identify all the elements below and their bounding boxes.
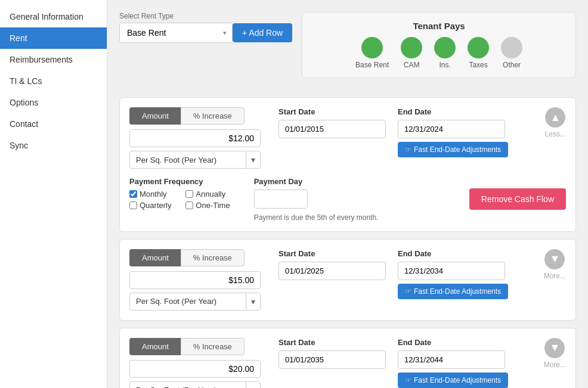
cashflow-right-1: Start Date End Date ☞ Fast End-Date Adju… [278, 107, 533, 157]
action-btn-2[interactable]: ▼ More... [544, 249, 566, 280]
tenant-pays-title: Tenant Pays [314, 21, 564, 31]
unit-label-1: Per Sq. Foot (Per Year) [130, 152, 246, 168]
end-date-label-1: End Date [398, 107, 508, 116]
end-date-group-1: End Date ☞ Fast End-Date Adjustments [398, 107, 508, 157]
freq-quarterly-1[interactable]: Quarterly [129, 201, 174, 210]
end-date-input-1[interactable] [398, 120, 505, 138]
cashflow-left-3: Amount % Increase Per Sq. Foot (Per Year… [129, 338, 267, 388]
end-date-group-3: End Date ☞ Fast End-Date Adjustments [398, 338, 508, 388]
tenant-icon-cam: CAM [401, 37, 422, 69]
freq-monthly-1[interactable]: Monthly [129, 190, 174, 198]
increase-toggle-3[interactable]: % Increase [181, 338, 245, 355]
toggle-row-3: Amount % Increase [129, 338, 267, 355]
rent-type-section: Select Rent Type Base Rent ▾ + Add Row [119, 12, 292, 43]
unit-label-3: Per Sq. Foot (Per Year) [130, 382, 246, 388]
hand-icon-3: ☞ [405, 376, 411, 384]
unit-chevron-2[interactable]: ▾ [246, 293, 260, 310]
payment-day-input-row-1: ▲ ▼ [254, 190, 308, 209]
sidebar-item-general[interactable]: General Information [0, 6, 107, 27]
amount-toggle-2[interactable]: Amount [129, 249, 181, 266]
end-date-label-2: End Date [398, 249, 508, 258]
amount-input-1[interactable] [129, 129, 261, 147]
freq-annually-1[interactable]: Annually [185, 190, 230, 198]
freq-onetime-1[interactable]: One-Time [185, 201, 230, 210]
freq-grid-1: Monthly Annually Quarterly One-Time [129, 190, 230, 210]
cashflow-left-1: Amount % Increase Per Sq. Foot (Per Year… [129, 107, 267, 169]
quarterly-checkbox-1[interactable] [129, 201, 137, 209]
rent-type-select[interactable]: Base Rent [119, 23, 233, 43]
fast-adjust-btn-2[interactable]: ☞ Fast End-Date Adjustments [398, 284, 508, 299]
cashflow-card-3: Amount % Increase Per Sq. Foot (Per Year… [119, 328, 576, 388]
add-row-button[interactable]: + Add Row [233, 23, 292, 42]
hand-icon-2: ☞ [405, 287, 411, 296]
payment-note-1: Payment is due the 5th of every month. [254, 213, 379, 222]
sidebar-item-sync[interactable]: Sync [0, 135, 107, 156]
main-content: Select Rent Type Base Rent ▾ + Add Row T… [107, 0, 588, 388]
payment-freq-title-1: Payment Frequency [129, 177, 230, 186]
fast-adjust-btn-1[interactable]: ☞ Fast End-Date Adjustments [398, 142, 508, 157]
start-date-label-1: Start Date [278, 107, 386, 116]
action-btn-3[interactable]: ▼ More... [544, 338, 566, 369]
unit-chevron-3[interactable]: ▾ [246, 382, 260, 388]
payment-day-title-1: Payment Day [254, 177, 379, 186]
down-arrow-icon-2: ▼ [544, 249, 565, 269]
payment-day-section-1: Payment Day ▲ ▼ Payment is due the 5th o… [254, 177, 379, 222]
payment-day-input-1[interactable] [255, 191, 308, 207]
cashflow-card-1: Amount % Increase Per Sq. Foot (Per Year… [119, 97, 576, 232]
start-date-input-3[interactable] [278, 350, 386, 369]
unit-select-3[interactable]: Per Sq. Foot (Per Year) ▾ [129, 381, 261, 388]
action-label-3: More... [544, 361, 566, 369]
start-date-group-1: Start Date [278, 107, 386, 138]
increase-toggle-2[interactable]: % Increase [181, 249, 245, 266]
ins-circle [434, 37, 456, 58]
cashflow-left-2: Amount % Increase Per Sq. Foot (Per Year… [129, 249, 267, 311]
onetime-checkbox-1[interactable] [185, 201, 193, 209]
toggle-row-2: Amount % Increase [129, 249, 267, 266]
tenant-icon-taxes: Taxes [468, 37, 489, 69]
sidebar-item-reimbursements[interactable]: Reimbursements [0, 49, 107, 70]
end-date-input-3[interactable] [398, 350, 505, 369]
unit-select-2[interactable]: Per Sq. Foot (Per Year) ▾ [129, 293, 261, 311]
remove-cashflow-btn-1[interactable]: Remove Cash Flow [469, 188, 566, 210]
fast-adjust-btn-3[interactable]: ☞ Fast End-Date Adjustments [398, 373, 508, 388]
other-circle [501, 37, 522, 58]
end-date-group-2: End Date ☞ Fast End-Date Adjustments [398, 249, 508, 299]
amount-input-3[interactable] [129, 360, 261, 378]
amount-toggle-3[interactable]: Amount [129, 338, 181, 355]
tenant-pays-panel: Tenant Pays Base Rent CAM Ins. Taxes [302, 12, 576, 78]
cashflow-main-row-2: Amount % Increase Per Sq. Foot (Per Year… [129, 249, 566, 311]
start-date-label-2: Start Date [278, 249, 386, 258]
annually-checkbox-1[interactable] [185, 190, 193, 198]
cashflow-main-row-3: Amount % Increase Per Sq. Foot (Per Year… [129, 338, 566, 388]
toggle-row-1: Amount % Increase [129, 107, 267, 125]
sidebar-item-contact[interactable]: Contact [0, 113, 107, 135]
unit-select-1[interactable]: Per Sq. Foot (Per Year) ▾ [129, 151, 261, 169]
sidebar-item-ti-lcs[interactable]: TI & LCs [0, 70, 107, 92]
cashflow-right-2: Start Date End Date ☞ Fast End-Date Adju… [278, 249, 532, 299]
tenant-pays-icons: Base Rent CAM Ins. Taxes Other [314, 37, 564, 69]
rent-type-label: Select Rent Type [119, 12, 292, 20]
monthly-checkbox-1[interactable] [129, 190, 137, 198]
sidebar-item-options[interactable]: Options [0, 92, 107, 113]
amount-input-2[interactable] [129, 271, 261, 289]
start-date-label-3: Start Date [278, 338, 386, 347]
increase-toggle-1[interactable]: % Increase [181, 107, 245, 125]
action-btn-1[interactable]: ▲ Less... [545, 107, 566, 138]
tenant-icon-other: Other [501, 37, 522, 69]
rent-type-select-wrap[interactable]: Base Rent ▾ [119, 23, 233, 43]
cashflow-main-row-1: Amount % Increase Per Sq. Foot (Per Year… [129, 107, 566, 169]
payment-section-1: Payment Frequency Monthly Annually Quart… [129, 177, 566, 222]
sidebar-item-rent[interactable]: Rent [0, 27, 107, 49]
cam-circle [401, 37, 422, 58]
down-arrow-icon-3: ▼ [544, 338, 565, 358]
base-rent-circle [361, 37, 383, 58]
end-date-input-2[interactable] [398, 262, 505, 280]
unit-chevron-1[interactable]: ▾ [246, 151, 260, 168]
unit-label-2: Per Sq. Foot (Per Year) [130, 293, 246, 309]
tenant-icon-ins: Ins. [434, 37, 456, 69]
amount-toggle-1[interactable]: Amount [129, 107, 181, 125]
start-date-input-1[interactable] [278, 120, 386, 138]
action-label-2: More... [544, 272, 566, 280]
start-date-input-2[interactable] [278, 262, 386, 280]
hand-icon-1: ☞ [405, 145, 411, 154]
